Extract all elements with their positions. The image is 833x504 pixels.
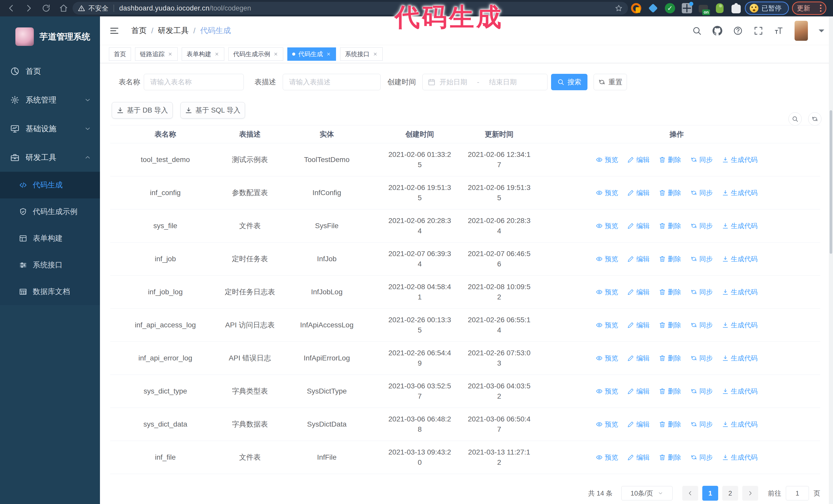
action-download[interactable]: 生成代码 bbox=[722, 188, 758, 198]
action-edit[interactable]: 编辑 bbox=[627, 154, 650, 165]
action-download[interactable]: 生成代码 bbox=[722, 320, 758, 330]
reset-button[interactable]: 重置 bbox=[594, 74, 627, 90]
action-download[interactable]: 生成代码 bbox=[722, 221, 758, 231]
action-eye[interactable]: 预览 bbox=[596, 221, 618, 231]
action-sync[interactable]: 同步 bbox=[690, 452, 713, 462]
action-edit[interactable]: 编辑 bbox=[627, 320, 650, 330]
action-delete[interactable]: 删除 bbox=[659, 188, 681, 198]
action-edit[interactable]: 编辑 bbox=[627, 188, 650, 198]
action-sync[interactable]: 同步 bbox=[690, 221, 713, 231]
action-download[interactable]: 生成代码 bbox=[722, 419, 758, 429]
page-scrollbar[interactable] bbox=[829, 17, 833, 504]
toggle-search-button[interactable] bbox=[788, 112, 802, 126]
action-delete[interactable]: 删除 bbox=[659, 154, 681, 165]
kebab-menu-icon[interactable] bbox=[820, 5, 822, 12]
forward-icon[interactable] bbox=[24, 4, 33, 13]
action-edit[interactable]: 编辑 bbox=[627, 419, 650, 429]
sidebar-subitem[interactable]: 代码生成示例 bbox=[0, 198, 100, 225]
action-eye[interactable]: 预览 bbox=[596, 287, 618, 297]
sidebar-subitem[interactable]: 代码生成 bbox=[0, 172, 100, 198]
date-range-picker[interactable]: 开始日期 - 结束日期 bbox=[422, 74, 547, 90]
action-eye[interactable]: 预览 bbox=[596, 452, 618, 462]
sidebar-subitem[interactable]: 数据库文档 bbox=[0, 279, 100, 305]
action-download[interactable]: 生成代码 bbox=[722, 386, 758, 396]
address-bar[interactable]: 不安全 dashboard.yudao.iocoder.cn /tool/cod… bbox=[73, 2, 628, 15]
action-download[interactable]: 生成代码 bbox=[722, 254, 758, 264]
action-download[interactable]: 生成代码 bbox=[722, 353, 758, 363]
action-eye[interactable]: 预览 bbox=[596, 320, 618, 330]
close-icon[interactable] bbox=[214, 51, 219, 57]
breadcrumb-item[interactable]: 首页 bbox=[131, 25, 147, 36]
sidebar-subitem[interactable]: 系统接口 bbox=[0, 252, 100, 279]
logo[interactable]: 芋道管理系统 bbox=[0, 17, 100, 50]
close-icon[interactable] bbox=[326, 51, 331, 57]
help-icon[interactable] bbox=[733, 26, 743, 35]
bookmark-star-icon[interactable] bbox=[615, 4, 623, 12]
action-delete[interactable]: 删除 bbox=[659, 419, 681, 429]
extension-icon-gem[interactable] bbox=[648, 4, 658, 13]
tab-tag[interactable]: 链路追踪 bbox=[135, 47, 177, 61]
action-delete[interactable]: 删除 bbox=[659, 386, 681, 396]
action-eye[interactable]: 预览 bbox=[596, 386, 618, 396]
prev-page-button[interactable] bbox=[682, 486, 698, 501]
extension-icon-on[interactable] bbox=[699, 5, 708, 13]
action-sync[interactable]: 同步 bbox=[690, 287, 713, 297]
caret-down-icon[interactable] bbox=[819, 29, 824, 35]
close-icon[interactable] bbox=[168, 51, 173, 57]
sidebar-item[interactable]: 研发工具 bbox=[0, 143, 100, 172]
user-avatar[interactable] bbox=[794, 21, 808, 41]
action-eye[interactable]: 预览 bbox=[596, 254, 618, 264]
action-sync[interactable]: 同步 bbox=[690, 188, 713, 198]
sidebar-item[interactable]: 基础设施 bbox=[0, 114, 100, 143]
home-icon[interactable] bbox=[59, 4, 68, 13]
action-delete[interactable]: 删除 bbox=[659, 353, 681, 363]
action-download[interactable]: 生成代码 bbox=[722, 287, 758, 297]
scrollbar-thumb[interactable] bbox=[830, 110, 832, 254]
search-icon[interactable] bbox=[692, 26, 702, 35]
action-delete[interactable]: 删除 bbox=[659, 287, 681, 297]
update-button[interactable]: 更新 bbox=[792, 2, 826, 15]
action-sync[interactable]: 同步 bbox=[690, 254, 713, 264]
back-icon[interactable] bbox=[7, 4, 16, 13]
table-desc-input[interactable]: 请输入表描述 bbox=[283, 74, 381, 90]
paused-button[interactable]: 已暂停 bbox=[745, 2, 789, 15]
table-name-input[interactable]: 请输入表名称 bbox=[144, 74, 244, 90]
action-edit[interactable]: 编辑 bbox=[627, 221, 650, 231]
page-button-2[interactable]: 2 bbox=[722, 486, 738, 501]
close-icon[interactable] bbox=[273, 51, 278, 57]
action-delete[interactable]: 删除 bbox=[659, 221, 681, 231]
close-icon[interactable] bbox=[373, 51, 378, 57]
action-sync[interactable]: 同步 bbox=[690, 154, 713, 165]
action-eye[interactable]: 预览 bbox=[596, 154, 618, 165]
tab-tag[interactable]: 代码生成 bbox=[287, 47, 336, 61]
action-edit[interactable]: 编辑 bbox=[627, 287, 650, 297]
import-sql-button[interactable]: 基于 SQL 导入 bbox=[181, 102, 245, 118]
action-eye[interactable]: 预览 bbox=[596, 353, 618, 363]
action-download[interactable]: 生成代码 bbox=[722, 154, 758, 165]
reload-icon[interactable] bbox=[42, 4, 51, 13]
action-eye[interactable]: 预览 bbox=[596, 419, 618, 429]
action-download[interactable]: 生成代码 bbox=[722, 452, 758, 462]
action-delete[interactable]: 删除 bbox=[659, 452, 681, 462]
action-edit[interactable]: 编辑 bbox=[627, 353, 650, 363]
extensions-puzzle-icon[interactable] bbox=[732, 5, 741, 13]
sidebar-item[interactable]: 系统管理 bbox=[0, 86, 100, 114]
breadcrumb-item[interactable]: 研发工具 bbox=[158, 25, 189, 36]
refresh-table-button[interactable] bbox=[808, 112, 822, 126]
github-icon[interactable] bbox=[713, 26, 722, 35]
action-edit[interactable]: 编辑 bbox=[627, 452, 650, 462]
sidebar-subitem[interactable]: 表单构建 bbox=[0, 225, 100, 252]
action-edit[interactable]: 编辑 bbox=[627, 386, 650, 396]
text-size-icon[interactable] bbox=[774, 26, 784, 35]
action-sync[interactable]: 同步 bbox=[690, 386, 713, 396]
import-db-button[interactable]: 基于 DB 导入 bbox=[112, 102, 173, 118]
extension-icon-green[interactable] bbox=[716, 3, 723, 13]
action-edit[interactable]: 编辑 bbox=[627, 254, 650, 264]
action-sync[interactable]: 同步 bbox=[690, 353, 713, 363]
action-delete[interactable]: 删除 bbox=[659, 254, 681, 264]
page-button-1[interactable]: 1 bbox=[702, 486, 718, 501]
tab-tag[interactable]: 表单构建 bbox=[182, 47, 224, 61]
action-sync[interactable]: 同步 bbox=[690, 320, 713, 330]
sidebar-item[interactable]: 首页 bbox=[0, 57, 100, 86]
page-size-select[interactable]: 10条/页 bbox=[621, 486, 672, 500]
